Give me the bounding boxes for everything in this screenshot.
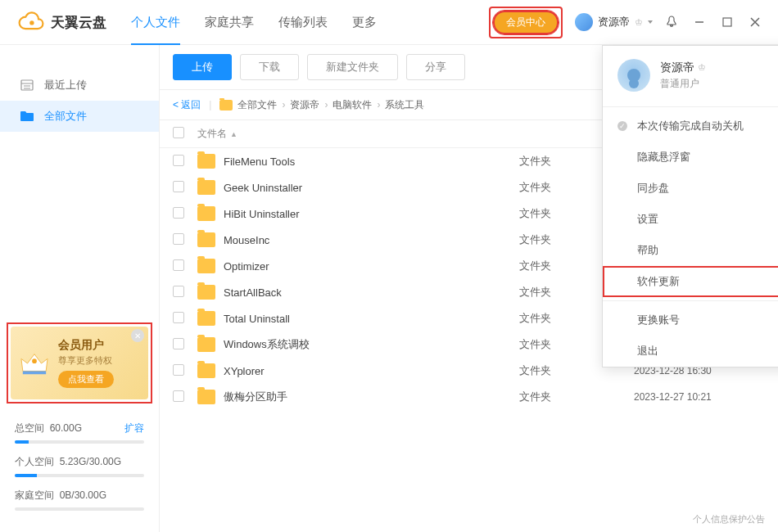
select-all-checkbox[interactable]: [173, 127, 184, 138]
storage-total-label: 总空间: [15, 422, 44, 434]
window-controls: [665, 16, 762, 29]
storage-family-value: 0B/30.00G: [60, 489, 106, 501]
nav-tab-family[interactable]: 家庭共享: [205, 0, 254, 44]
file-name: HiBit Uninstaller: [224, 208, 299, 220]
storage-expand-link[interactable]: 扩容: [124, 422, 144, 435]
file-name: Geek Uninstaller: [224, 182, 302, 194]
row-checkbox[interactable]: [173, 390, 184, 402]
avatar-icon: [617, 59, 650, 92]
crown-icon: ♔: [698, 62, 706, 73]
nav-tab-transfer[interactable]: 传输列表: [278, 0, 328, 44]
privacy-notice[interactable]: 个人信息保护公告: [693, 513, 765, 525]
download-button[interactable]: 下载: [240, 54, 299, 80]
dropdown-item[interactable]: 同步盘: [603, 173, 778, 204]
app-name: 天翼云盘: [51, 13, 106, 32]
file-name: StartAllBack: [224, 286, 282, 299]
dropdown-item[interactable]: 隐藏悬浮窗: [603, 142, 778, 173]
file-type: 文件夹: [519, 390, 634, 404]
column-name[interactable]: 文件名 ▲: [197, 127, 519, 141]
divider: [603, 300, 778, 301]
breadcrumb-part[interactable]: 资源帝: [290, 98, 319, 112]
recent-icon: [20, 79, 34, 92]
dropdown-usertype: 普通用户: [660, 77, 706, 91]
folder-icon: [197, 285, 215, 300]
folder-icon: [197, 311, 215, 326]
svg-point-0: [29, 20, 34, 25]
row-checkbox[interactable]: [173, 155, 184, 166]
breadcrumb-part[interactable]: 电脑软件: [332, 98, 372, 112]
maximize-icon[interactable]: [721, 16, 734, 29]
dropdown-item-label: 设置: [637, 212, 658, 227]
minimize-icon[interactable]: [693, 16, 706, 29]
new-folder-button[interactable]: 新建文件夹: [307, 54, 398, 80]
row-checkbox[interactable]: [173, 338, 184, 349]
header-right: 会员中心 资源帝 ♔: [489, 7, 762, 38]
dropdown-item-label: 隐藏悬浮窗: [637, 150, 690, 165]
crown-large-icon: [19, 349, 50, 377]
file-name: Optimizer: [224, 260, 269, 273]
svg-rect-2: [723, 18, 731, 26]
storage-panel: 总空间 60.00G 扩容 个人空间 5.23G/30.00G 家庭空间 0B/…: [0, 412, 159, 532]
chevron-down-icon: [648, 20, 653, 24]
dropdown-item-label: 退出: [637, 344, 658, 358]
row-checkbox[interactable]: [173, 259, 184, 271]
row-checkbox[interactable]: [173, 207, 184, 219]
promo-subtitle: 尊享更多特权: [58, 354, 140, 367]
breadcrumb-part[interactable]: 全部文件: [237, 98, 277, 112]
user-menu-trigger[interactable]: 资源帝 ♔: [575, 13, 653, 31]
dropdown-item[interactable]: 本次传输完成自动关机: [603, 110, 778, 142]
sort-up-icon: ▲: [230, 130, 237, 138]
storage-total-bar: [15, 440, 144, 444]
folder-icon: [197, 154, 215, 169]
nav-tab-more[interactable]: 更多: [352, 0, 377, 44]
divider: [603, 106, 778, 107]
storage-personal-bar: [15, 474, 144, 477]
storage-family-label: 家庭空间: [15, 489, 54, 501]
dropdown-item-label: 软件更新: [637, 274, 680, 289]
dropdown-item[interactable]: 退出: [603, 336, 778, 367]
vip-promo-card[interactable]: ✕ 会员用户 尊享更多特权 点我查看: [7, 322, 152, 404]
folder-icon: [219, 100, 233, 110]
file-name: FileMenu Tools: [224, 156, 295, 168]
file-name: Total Uninstall: [224, 313, 290, 325]
file-name: 傲梅分区助手: [224, 390, 287, 404]
user-dropdown-menu: 资源帝 ♔ 普通用户 本次传输完成自动关机隐藏悬浮窗同步盘设置帮助▶软件更新更换…: [602, 45, 778, 367]
dropdown-item[interactable]: 更换账号: [603, 304, 778, 336]
promo-close-icon[interactable]: ✕: [131, 329, 144, 342]
nav-tab-personal[interactable]: 个人文件: [131, 0, 180, 44]
storage-personal-label: 个人空间: [15, 456, 54, 467]
folder-icon: [197, 180, 215, 195]
row-checkbox[interactable]: [173, 286, 184, 297]
bell-icon[interactable]: [665, 16, 678, 29]
folder-icon: [197, 206, 215, 221]
promo-button[interactable]: 点我查看: [58, 371, 114, 388]
app-logo[interactable]: 天翼云盘: [16, 11, 106, 33]
row-checkbox[interactable]: [173, 364, 184, 376]
folder-icon: [197, 337, 215, 352]
storage-total-value: 60.00G: [50, 422, 82, 434]
folder-icon: [197, 232, 215, 247]
storage-personal-value: 5.23G/30.00G: [60, 456, 121, 467]
svg-point-7: [32, 358, 37, 363]
row-checkbox[interactable]: [173, 312, 184, 323]
folder-icon: [197, 363, 215, 378]
folder-icon: [197, 259, 215, 273]
breadcrumb-part[interactable]: 系统工具: [385, 98, 424, 112]
cloud-logo-icon: [16, 11, 46, 33]
close-icon[interactable]: [749, 16, 762, 29]
sidebar-item-all-files[interactable]: 全部文件: [0, 101, 159, 132]
share-button[interactable]: 分享: [406, 54, 465, 80]
sidebar-item-recent[interactable]: 最近上传: [0, 70, 159, 101]
file-name: XYplorer: [224, 365, 265, 377]
breadcrumb-back[interactable]: < 返回: [173, 98, 201, 112]
vip-center-button[interactable]: 会员中心: [493, 11, 559, 34]
table-row[interactable]: 傲梅分区助手文件夹2023-12-27 10:21: [160, 384, 778, 410]
sidebar-item-label: 最近上传: [44, 78, 87, 92]
row-checkbox[interactable]: [173, 233, 184, 245]
row-checkbox[interactable]: [173, 181, 184, 192]
upload-button[interactable]: 上传: [173, 54, 232, 80]
dropdown-item[interactable]: 软件更新: [603, 266, 778, 297]
dropdown-item[interactable]: 设置: [603, 204, 778, 235]
sidebar-item-label: 全部文件: [44, 109, 87, 124]
dropdown-item[interactable]: 帮助▶: [603, 235, 778, 266]
